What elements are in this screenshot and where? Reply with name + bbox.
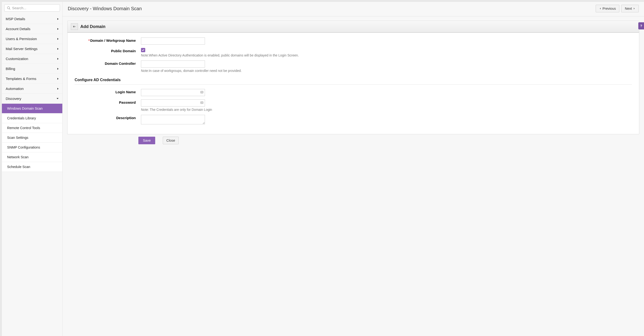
note-public-domain: Note:When Active Directory Authenticatio… xyxy=(141,53,632,57)
label-domain-name: *Domain / Workgroup Name xyxy=(75,38,141,43)
arrow-left-icon xyxy=(72,25,76,28)
action-row: Save Close xyxy=(67,134,639,144)
sidebar-item-label: Billing xyxy=(6,67,15,71)
chevron-right-icon xyxy=(57,88,58,90)
note-domain-controller: Note:In case of workgroups, domain contr… xyxy=(141,69,632,73)
row-domain-name: *Domain / Workgroup Name xyxy=(75,38,632,45)
search-input[interactable] xyxy=(12,6,57,10)
sidebar-sub-label: Windows Domain Scan xyxy=(7,107,43,110)
sidebar-item-label: Templates & Forms xyxy=(6,77,36,81)
sidebar-item-automation[interactable]: Automation xyxy=(2,84,62,94)
svg-line-1 xyxy=(9,9,10,10)
sidebar-sub-remote-control-tools[interactable]: Remote Control Tools xyxy=(2,123,62,133)
chevron-right-icon xyxy=(633,7,635,10)
sidebar-item-label: Automation xyxy=(6,87,24,91)
domain-controller-input[interactable] xyxy=(141,61,205,68)
label-text: Domain / Workgroup Name xyxy=(90,39,136,43)
row-domain-controller: Domain Controller Note:In case of workgr… xyxy=(75,61,632,73)
svg-point-0 xyxy=(7,7,10,9)
chevron-left-icon xyxy=(599,7,602,10)
panel-header: Add Domain xyxy=(68,21,639,33)
sidebar-item-label: Discovery xyxy=(6,97,21,101)
domain-name-input[interactable] xyxy=(141,38,205,45)
credential-picker-icon[interactable] xyxy=(200,101,204,105)
row-public-domain: Public Domain Note:When Active Directory… xyxy=(75,48,632,57)
sidebar-item-label: Account Details xyxy=(6,27,30,31)
content-wrap: Add Domain *Domain / Workgroup Name Publ… xyxy=(62,16,644,148)
check-icon xyxy=(142,49,144,52)
previous-button[interactable]: Previous xyxy=(596,5,619,12)
sidebar-sub-credentials-library[interactable]: Credentials Library xyxy=(2,113,62,123)
label-description: Description xyxy=(75,115,141,120)
section-ad-credentials: Configure AD Credentials xyxy=(75,76,632,85)
chevron-right-icon xyxy=(57,48,58,50)
chevron-down-icon xyxy=(57,98,58,99)
field-password: Note: The Credentials are only for Domai… xyxy=(141,99,632,111)
panel-body: *Domain / Workgroup Name Public Domain xyxy=(68,33,639,134)
field-login-name xyxy=(141,89,632,96)
sidebar-item-discovery[interactable]: Discovery xyxy=(2,94,62,104)
field-domain-name xyxy=(141,38,632,45)
main-content: Discovery - Windows Domain Scan Previous… xyxy=(62,2,644,336)
sidebar-sub-snmp-configurations[interactable]: SNMP Configurations xyxy=(2,143,62,152)
login-name-input[interactable] xyxy=(141,89,205,96)
sidebar-sub-label: SNMP Configurations xyxy=(7,145,40,149)
chevron-right-icon xyxy=(57,18,58,20)
row-login-name: Login Name xyxy=(75,89,632,96)
field-description xyxy=(141,115,632,125)
sidebar-sub-windows-domain-scan[interactable]: Windows Domain Scan xyxy=(2,104,62,113)
sidebar-item-label: MSP Details xyxy=(6,17,25,21)
panel-title: Add Domain xyxy=(80,24,106,29)
label-login-name: Login Name xyxy=(75,89,141,94)
label-public-domain: Public Domain xyxy=(75,48,141,53)
search-icon xyxy=(7,6,11,10)
page-title: Discovery - Windows Domain Scan xyxy=(68,6,142,11)
back-button[interactable] xyxy=(71,23,78,30)
header-buttons: Previous Next xyxy=(596,5,639,12)
sidebar-item-label: Users & Permission xyxy=(6,37,37,41)
row-password: Password Note: The Credentials are only … xyxy=(75,99,632,111)
sidebar-nav: MSP Details Account Details Users & Perm… xyxy=(2,14,62,336)
add-domain-panel: Add Domain *Domain / Workgroup Name Publ… xyxy=(67,21,639,134)
next-button[interactable]: Next xyxy=(621,5,639,12)
save-button[interactable]: Save xyxy=(138,137,155,144)
password-input[interactable] xyxy=(141,99,205,107)
sidebar-sub-network-scan[interactable]: Network Scan xyxy=(2,152,62,162)
svg-point-4 xyxy=(201,92,202,92)
description-textarea[interactable] xyxy=(141,115,205,124)
credential-picker-icon[interactable] xyxy=(200,91,204,95)
sidebar-sub-scan-settings[interactable]: Scan Settings xyxy=(2,133,62,143)
next-button-label: Next xyxy=(625,7,632,11)
sidebar-sub-label: Network Scan xyxy=(7,155,28,159)
sidebar-item-templates-forms[interactable]: Templates & Forms xyxy=(2,74,62,84)
sidebar-sub-schedule-scan[interactable]: Schedule Scan xyxy=(2,162,62,172)
sidebar-item-customization[interactable]: Customization xyxy=(2,54,62,64)
label-password: Password xyxy=(75,99,141,104)
close-button[interactable]: Close xyxy=(163,137,179,144)
chevron-right-icon xyxy=(57,68,58,70)
chevron-right-icon xyxy=(57,38,58,40)
search-container xyxy=(2,2,62,14)
sidebar-item-account-details[interactable]: Account Details xyxy=(2,24,62,34)
chevron-right-icon xyxy=(57,78,58,80)
chevron-right-icon xyxy=(57,58,58,60)
sidebar-item-mail-server-settings[interactable]: Mail Server Settings xyxy=(2,44,62,54)
sidebar-sub-label: Scan Settings xyxy=(7,136,28,139)
sidebar-sub-label: Schedule Scan xyxy=(7,165,30,169)
app-root: MSP Details Account Details Users & Perm… xyxy=(0,0,644,336)
required-asterisk: * xyxy=(88,39,90,43)
field-public-domain: Note:When Active Directory Authenticatio… xyxy=(141,48,632,57)
help-tab[interactable]: ? xyxy=(638,22,644,30)
sidebar-item-billing[interactable]: Billing xyxy=(2,64,62,74)
public-domain-checkbox[interactable] xyxy=(141,48,145,52)
sidebar-item-label: Customization xyxy=(6,57,28,61)
sidebar-sub-label: Remote Control Tools xyxy=(7,126,40,130)
note-password: Note: The Credentials are only for Domai… xyxy=(141,108,632,111)
sidebar-item-label: Mail Server Settings xyxy=(6,47,38,51)
sidebar-item-users-permission[interactable]: Users & Permission xyxy=(2,34,62,44)
sidebar: MSP Details Account Details Users & Perm… xyxy=(2,2,62,336)
sidebar-item-msp-details[interactable]: MSP Details xyxy=(2,14,62,24)
sidebar-sub-label: Credentials Library xyxy=(7,116,36,120)
label-domain-controller: Domain Controller xyxy=(75,61,141,66)
search-box[interactable] xyxy=(4,4,60,12)
